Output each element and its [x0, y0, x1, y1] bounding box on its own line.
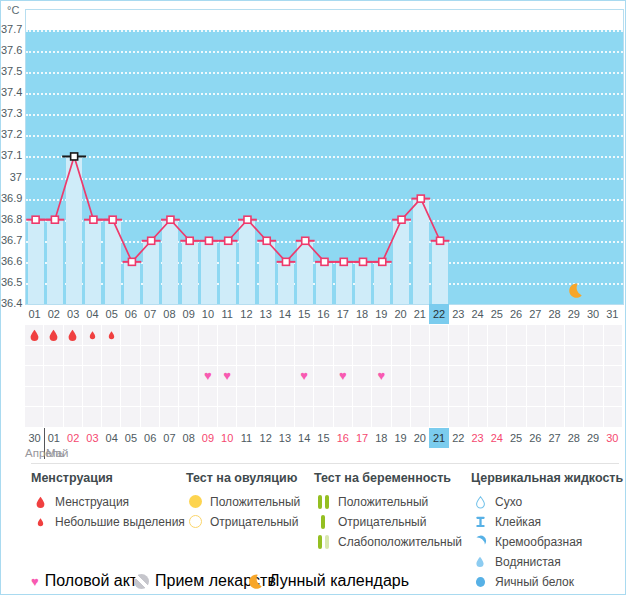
symptom-cell-menstruation[interactable] — [64, 325, 82, 345]
cycle-day-12[interactable]: 12 — [237, 304, 256, 324]
calendar-date-27[interactable]: 27 — [545, 428, 564, 448]
calendar-date-02[interactable]: 02 — [64, 428, 83, 448]
cycle-day-10[interactable]: 10 — [198, 304, 217, 324]
symptom-cell-intercourse[interactable] — [314, 366, 332, 386]
symptom-cell-medication[interactable] — [295, 387, 313, 407]
calendar-date-20[interactable]: 20 — [410, 428, 429, 448]
symptom-cell-medication[interactable] — [507, 387, 525, 407]
calendar-date-03[interactable]: 03 — [83, 428, 102, 448]
symptom-cell-menstruation[interactable] — [256, 325, 274, 345]
symptom-cell-extra[interactable] — [25, 407, 43, 427]
symptom-cell-menstruation[interactable] — [584, 325, 602, 345]
symptom-cell-extra[interactable] — [469, 407, 487, 427]
symptom-cell-menstruation[interactable] — [160, 325, 178, 345]
symptom-cell-medication[interactable] — [218, 387, 236, 407]
symptom-cell-medication[interactable] — [314, 387, 332, 407]
symptom-cell-menstruation[interactable] — [430, 325, 448, 345]
cycle-day-07[interactable]: 07 — [141, 304, 160, 324]
calendar-date-25[interactable]: 25 — [506, 428, 525, 448]
cycle-day-20[interactable]: 20 — [391, 304, 410, 324]
symptom-cell-ovulation-test[interactable] — [411, 346, 429, 366]
symptom-cell-intercourse[interactable] — [527, 366, 545, 386]
cycle-day-03[interactable]: 03 — [64, 304, 83, 324]
symptom-cell-menstruation[interactable] — [237, 325, 255, 345]
cycle-day-11[interactable]: 11 — [218, 304, 237, 324]
calendar-date-22[interactable]: 22 — [449, 428, 468, 448]
symptom-cell-medication[interactable] — [160, 387, 178, 407]
cycle-day-31[interactable]: 31 — [603, 304, 622, 324]
symptom-cell-intercourse[interactable] — [604, 366, 622, 386]
data-point[interactable] — [109, 216, 116, 223]
symptom-cell-medication[interactable] — [392, 387, 410, 407]
data-point[interactable] — [225, 237, 232, 244]
cycle-day-28[interactable]: 28 — [545, 304, 564, 324]
symptom-cell-intercourse[interactable] — [430, 366, 448, 386]
selected-data-point[interactable] — [71, 153, 78, 160]
symptom-cell-ovulation-test[interactable] — [141, 346, 159, 366]
data-point[interactable] — [282, 258, 289, 265]
calendar-date-13[interactable]: 13 — [275, 428, 294, 448]
cycle-day-08[interactable]: 08 — [160, 304, 179, 324]
symptom-cell-medication[interactable] — [353, 387, 371, 407]
calendar-date-16[interactable]: 16 — [333, 428, 352, 448]
symptom-cell-medication[interactable] — [102, 387, 120, 407]
symptom-cell-ovulation-test[interactable] — [334, 346, 352, 366]
symptom-cell-extra[interactable] — [527, 407, 545, 427]
cycle-day-24[interactable]: 24 — [468, 304, 487, 324]
symptom-cell-intercourse[interactable] — [507, 366, 525, 386]
symptom-cell-menstruation[interactable] — [218, 325, 236, 345]
symptom-cell-ovulation-test[interactable] — [25, 346, 43, 366]
symptom-cell-extra[interactable] — [353, 407, 371, 427]
symptom-cell-intercourse[interactable] — [488, 366, 506, 386]
cycle-day-18[interactable]: 18 — [352, 304, 371, 324]
calendar-date-09[interactable]: 09 — [198, 428, 217, 448]
calendar-date-05[interactable]: 05 — [121, 428, 140, 448]
symptom-cell-menstruation[interactable] — [469, 325, 487, 345]
symptom-cell-intercourse[interactable] — [584, 366, 602, 386]
symptom-cell-ovulation-test[interactable] — [604, 346, 622, 366]
calendar-date-18[interactable]: 18 — [372, 428, 391, 448]
calendar-date-30[interactable]: 30 — [25, 428, 44, 448]
calendar-date-19[interactable]: 19 — [391, 428, 410, 448]
symptom-cell-menstruation[interactable] — [604, 325, 622, 345]
symptom-cell-intercourse[interactable]: ♥ — [199, 366, 217, 386]
symptom-cell-extra[interactable] — [392, 407, 410, 427]
symptom-cell-ovulation-test[interactable] — [527, 346, 545, 366]
calendar-date-14[interactable]: 14 — [295, 428, 314, 448]
symptom-cell-intercourse[interactable] — [411, 366, 429, 386]
symptom-cell-intercourse[interactable]: ♥ — [372, 366, 390, 386]
symptom-cell-extra[interactable] — [584, 407, 602, 427]
symptom-cell-ovulation-test[interactable] — [488, 346, 506, 366]
data-point[interactable] — [244, 216, 251, 223]
symptom-cell-menstruation[interactable] — [295, 325, 313, 345]
symptom-cell-ovulation-test[interactable] — [64, 346, 82, 366]
symptom-cell-menstruation[interactable] — [488, 325, 506, 345]
calendar-date-04[interactable]: 04 — [102, 428, 121, 448]
symptom-cell-menstruation[interactable] — [411, 325, 429, 345]
data-point[interactable] — [263, 237, 270, 244]
cycle-day-13[interactable]: 13 — [256, 304, 275, 324]
symptom-cell-ovulation-test[interactable] — [469, 346, 487, 366]
symptom-cell-medication[interactable] — [411, 387, 429, 407]
symptom-cell-ovulation-test[interactable] — [199, 346, 217, 366]
data-point[interactable] — [340, 258, 347, 265]
data-point[interactable] — [417, 195, 424, 202]
symptom-cell-intercourse[interactable] — [44, 366, 62, 386]
calendar-date-01[interactable]: 01 — [44, 428, 63, 448]
symptom-cell-ovulation-test[interactable] — [392, 346, 410, 366]
calendar-date-24[interactable]: 24 — [487, 428, 506, 448]
data-point[interactable] — [437, 237, 444, 244]
cycle-day-04[interactable]: 04 — [83, 304, 102, 324]
symptom-cell-ovulation-test[interactable] — [121, 346, 139, 366]
symptom-cell-intercourse[interactable] — [353, 366, 371, 386]
symptom-cell-intercourse[interactable] — [449, 366, 467, 386]
cycle-day-02[interactable]: 02 — [44, 304, 63, 324]
symptom-cell-menstruation[interactable] — [314, 325, 332, 345]
symptom-cell-ovulation-test[interactable] — [237, 346, 255, 366]
data-point[interactable] — [379, 258, 386, 265]
symptom-cell-menstruation[interactable] — [334, 325, 352, 345]
symptom-cell-intercourse[interactable] — [160, 366, 178, 386]
symptom-cell-medication[interactable] — [141, 387, 159, 407]
symptom-cell-ovulation-test[interactable] — [295, 346, 313, 366]
calendar-date-08[interactable]: 08 — [179, 428, 198, 448]
